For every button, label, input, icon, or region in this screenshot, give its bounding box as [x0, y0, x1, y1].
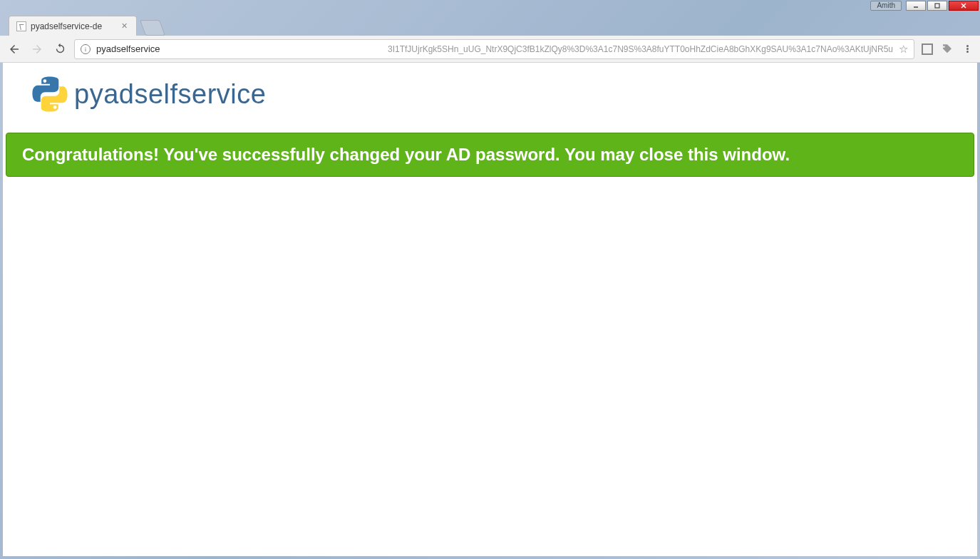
- banner-text: Congratulations! You've successfully cha…: [22, 145, 790, 164]
- browser-window: Amith pyadselfservice-de ✕ i pyad: [0, 0, 980, 559]
- tab-strip: pyadselfservice-de ✕: [0, 11, 980, 36]
- python-logo-icon: [31, 76, 68, 113]
- new-tab-button[interactable]: [140, 20, 165, 36]
- tab-close-button[interactable]: ✕: [119, 21, 129, 31]
- address-bar[interactable]: i pyadselfservice 3I1TfJUjrKgk5SHn_uUG_N…: [74, 39, 914, 59]
- page-icon: [16, 21, 26, 31]
- page-content: pyadselfservice Congratulations! You've …: [3, 63, 977, 556]
- reload-button[interactable]: [51, 41, 68, 58]
- back-button[interactable]: [6, 41, 23, 58]
- app-title: pyadselfservice: [74, 79, 266, 110]
- success-banner: Congratulations! You've successfully cha…: [6, 133, 974, 177]
- window-maximize-button[interactable]: [927, 1, 947, 11]
- browser-tab[interactable]: pyadselfservice-de ✕: [9, 16, 137, 36]
- svg-rect-1: [935, 4, 939, 8]
- extension-stop-icon[interactable]: [920, 42, 934, 56]
- window-titlebar: Amith: [0, 0, 980, 11]
- window-close-button[interactable]: [949, 1, 979, 11]
- user-badge[interactable]: Amith: [870, 1, 902, 11]
- browser-toolbar: i pyadselfservice 3I1TfJUjrKgk5SHn_uUG_N…: [0, 36, 980, 63]
- site-info-icon[interactable]: i: [81, 44, 91, 54]
- forward-button[interactable]: [29, 41, 46, 58]
- window-minimize-button[interactable]: [906, 1, 926, 11]
- tab-title: pyadselfservice-de: [31, 21, 115, 31]
- url-host: pyadselfservice: [96, 43, 382, 54]
- url-path: 3I1TfJUjrKgk5SHn_uUG_NtrX9QjC3fB1kZlQy8%…: [388, 44, 893, 54]
- app-header: pyadselfservice: [3, 63, 977, 120]
- chrome-menu-button[interactable]: [960, 42, 974, 56]
- bookmark-star-icon[interactable]: ☆: [899, 43, 908, 56]
- extension-tag-icon[interactable]: [940, 42, 954, 56]
